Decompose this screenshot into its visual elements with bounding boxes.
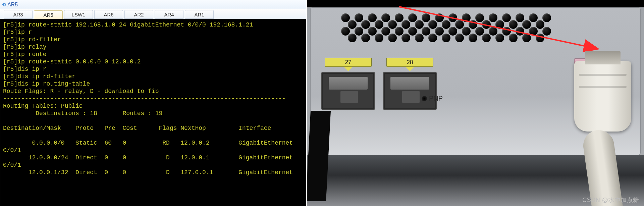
photo-top-edge bbox=[307, 0, 644, 7]
tab-lsw1[interactable]: LSW1 bbox=[64, 10, 93, 19]
down-arrow-icon bbox=[344, 67, 352, 71]
tab-ar6[interactable]: AR6 bbox=[94, 10, 123, 19]
console-cable-plug bbox=[574, 61, 631, 165]
rj45-boot bbox=[574, 61, 631, 132]
rj45-connector bbox=[585, 51, 621, 64]
sfp-cage-27 bbox=[321, 72, 375, 110]
pnp-button bbox=[422, 96, 427, 101]
tab-ar4[interactable]: AR4 bbox=[155, 10, 183, 19]
down-arrow-icon bbox=[406, 67, 414, 71]
tab-ar2[interactable]: AR2 bbox=[124, 10, 153, 19]
title-bar[interactable]: ⟲ AR5 bbox=[0, 0, 306, 9]
ventilation-holes bbox=[341, 13, 559, 54]
window-title: AR5 bbox=[7, 2, 18, 8]
sfp-cage-28 bbox=[383, 72, 437, 110]
simulator-window: ⟲ AR5 AR3 AR5 LSW1 AR6 AR2 AR4 AR1 [r5]i… bbox=[0, 0, 306, 206]
device-photo: 27 28 PNP CONSOLE bbox=[306, 0, 644, 206]
watermark: CSDN @水中加点糖 bbox=[582, 196, 639, 204]
boot-ridge bbox=[579, 74, 627, 76]
pnp-label: PNP bbox=[429, 95, 443, 102]
app-icon: ⟲ bbox=[2, 2, 6, 8]
tab-ar1[interactable]: AR1 bbox=[185, 10, 214, 19]
port-label-28: 28 bbox=[386, 58, 433, 67]
tab-ar3[interactable]: AR3 bbox=[4, 10, 33, 19]
tab-strip: AR3 AR5 LSW1 AR6 AR2 AR4 AR1 bbox=[0, 9, 306, 19]
tab-ar5[interactable]: AR5 bbox=[34, 10, 63, 19]
sfp-port-27: 27 bbox=[320, 58, 377, 110]
port-label-27: 27 bbox=[325, 58, 372, 67]
terminal-output[interactable]: [r5]ip route-static 192.168.1.0 24 Gigab… bbox=[0, 19, 306, 206]
boot-ridge bbox=[579, 86, 627, 88]
